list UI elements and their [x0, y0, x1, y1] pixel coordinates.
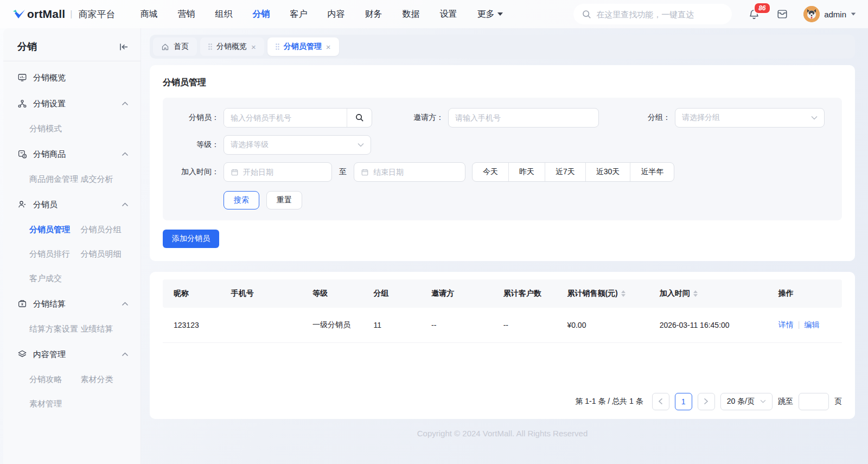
sidebar-item-distributor-detail[interactable]: 分销员明细	[81, 242, 132, 266]
start-date-input[interactable]	[224, 162, 332, 182]
sidebar-group-label: 内容管理	[33, 349, 66, 360]
col-nickname: 昵称	[163, 279, 227, 308]
cell-actions: 详情|编辑	[774, 308, 842, 342]
sidebar-item-settlement-plan[interactable]: 结算方案设置	[29, 317, 81, 341]
detail-link[interactable]: 详情	[778, 320, 794, 329]
sidebar-group-goods[interactable]: 分销商品	[3, 141, 141, 167]
quick-range-30d[interactable]: 近30天	[585, 163, 630, 181]
end-date-input[interactable]	[354, 162, 465, 182]
brand-divider: |	[70, 9, 72, 19]
col-level: 等级	[308, 279, 369, 308]
next-page-button[interactable]	[698, 393, 715, 410]
chevron-up-icon	[122, 202, 129, 207]
user-menu[interactable]: admin	[803, 6, 856, 22]
distributor-input[interactable]	[224, 109, 347, 127]
distributor-phone-field[interactable]	[231, 113, 340, 122]
chevron-up-icon	[122, 152, 129, 156]
sidebar-collapse-icon[interactable]	[119, 43, 129, 51]
top-navbar: ortMall | 商家平台 商城 营销 组织 分销 客户 内容 财务 数据 设…	[0, 0, 868, 28]
sidebar-item-distribution-mode[interactable]: 分销模式	[29, 117, 81, 141]
close-icon[interactable]: ×	[326, 43, 331, 51]
sort-icon[interactable]	[621, 290, 626, 297]
group-label: 分组：	[627, 113, 671, 123]
tab-distributor-mgmt[interactable]: 分销员管理 ×	[267, 37, 339, 56]
sidebar-item-distributor-rank[interactable]: 分销员排行	[29, 242, 81, 266]
caret-down-icon	[497, 12, 503, 16]
brand-logo[interactable]: ortMall | 商家平台	[12, 8, 115, 21]
sidebar-item-material-category[interactable]: 素材分类	[81, 367, 132, 392]
quick-range-yesterday[interactable]: 昨天	[508, 163, 545, 181]
add-distributor-button[interactable]: 添加分销员	[163, 230, 219, 248]
date-range-to-text: 至	[339, 167, 347, 177]
sidebar-group-label: 分销商品	[33, 149, 66, 160]
global-search[interactable]	[573, 4, 732, 24]
chevron-down-icon	[358, 143, 364, 147]
drag-handle-icon[interactable]	[208, 43, 212, 50]
nav-item-settings[interactable]: 设置	[439, 9, 457, 20]
nav-item-customer[interactable]: 客户	[290, 9, 307, 20]
notification-bell[interactable]: 86	[748, 8, 760, 20]
nav-item-data[interactable]: 数据	[402, 9, 419, 20]
page-size-select[interactable]: 20 条/页	[720, 393, 773, 410]
reset-button[interactable]: 重置	[266, 191, 302, 209]
nav-more-dropdown[interactable]: 更多	[477, 9, 503, 20]
layers-icon	[17, 349, 27, 359]
table-row: 123123 一级分销员 11 -- -- ¥0.00 2026-03-11 1…	[163, 308, 842, 342]
start-date-field[interactable]	[243, 168, 325, 176]
inviter-phone-field[interactable]	[455, 113, 592, 122]
sidebar-item-distributor-group[interactable]: 分销员分组	[81, 218, 132, 242]
cell-customers: --	[499, 308, 563, 342]
level-select-placeholder: 请选择等级	[231, 140, 269, 150]
edit-link[interactable]: 编辑	[804, 320, 819, 329]
nav-item-marketing[interactable]: 营销	[177, 9, 195, 20]
prev-page-button[interactable]	[652, 393, 669, 410]
sidebar-item-distributor-mgmt[interactable]: 分销员管理	[29, 218, 81, 242]
drag-handle-icon[interactable]	[276, 43, 279, 50]
col-inviter: 邀请方	[427, 279, 499, 308]
sidebar-item-distribution-guide[interactable]: 分销攻略	[29, 367, 81, 392]
col-group: 分组	[369, 279, 427, 308]
wallet-icon	[17, 299, 27, 309]
sidebar-group-content[interactable]: 内容管理	[3, 341, 141, 367]
sidebar-item-material-mgmt[interactable]: 素材管理	[29, 392, 81, 416]
group-select[interactable]: 请选择分组	[675, 108, 825, 128]
sidebar-group-settlement[interactable]: 分销结算	[3, 291, 141, 317]
close-icon[interactable]: ×	[251, 43, 256, 51]
inviter-input[interactable]	[448, 108, 599, 128]
distributor-search-button[interactable]	[347, 109, 372, 127]
nav-item-finance[interactable]: 财务	[365, 9, 382, 20]
page-title: 分销员管理	[163, 77, 842, 88]
sidebar-item-customer-deal[interactable]: 客户成交	[29, 266, 81, 291]
sidebar-group-distributor[interactable]: 分销员	[3, 192, 141, 218]
cell-group: 11	[369, 308, 427, 342]
sidebar-item-deal-analysis[interactable]: 成交分析	[81, 167, 132, 192]
search-button[interactable]: 搜索	[224, 191, 259, 209]
page-number-1[interactable]: 1	[675, 393, 692, 410]
brand-name: ortMall	[27, 8, 65, 21]
pagination-summary: 第 1-1 条 / 总共 1 条	[575, 397, 643, 406]
user-caret-icon	[851, 12, 856, 15]
nav-item-mall[interactable]: 商城	[140, 9, 157, 20]
tab-home[interactable]: 首页	[153, 37, 197, 56]
pagination: 第 1-1 条 / 总共 1 条 1 20 条/页 跳至 页	[163, 393, 842, 410]
sidebar-group-settings[interactable]: 分销设置	[3, 91, 141, 117]
sort-icon[interactable]	[693, 290, 698, 297]
quick-range-today[interactable]: 今天	[473, 163, 508, 181]
level-select[interactable]: 请选择等级	[224, 135, 371, 155]
quick-range-half-year[interactable]: 近半年	[630, 163, 674, 181]
col-join-time-label: 加入时间	[660, 289, 690, 298]
quick-range-7d[interactable]: 近7天	[545, 163, 585, 181]
nav-item-distribution[interactable]: 分销	[252, 9, 270, 20]
nav-item-content[interactable]: 内容	[327, 9, 344, 20]
workbench-icon[interactable]	[776, 8, 788, 20]
end-date-field[interactable]	[373, 168, 458, 176]
nav-item-organization[interactable]: 组织	[215, 9, 232, 20]
chevron-right-icon	[704, 398, 709, 405]
tab-distribution-overview[interactable]: 分销概览 ×	[200, 37, 264, 56]
sidebar-item-performance-settlement[interactable]: 业绩结算	[81, 317, 132, 341]
global-search-input[interactable]	[596, 10, 723, 19]
sidebar-item-commission-mgmt[interactable]: 商品佣金管理	[29, 167, 81, 192]
jump-page-input[interactable]	[799, 393, 829, 410]
sidebar-item-overview[interactable]: 分销概览	[3, 65, 141, 91]
home-icon	[161, 43, 169, 51]
